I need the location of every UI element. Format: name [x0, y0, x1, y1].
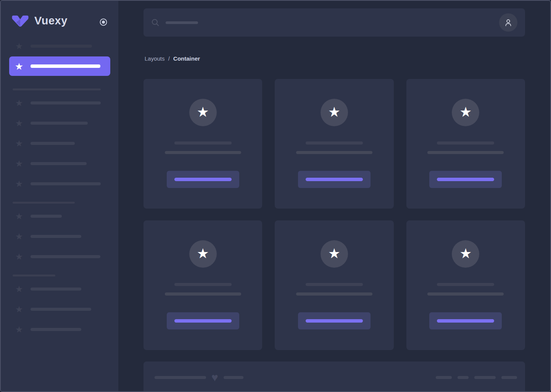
sidebar-menu-item[interactable]: ★ — [9, 41, 110, 51]
placeholder-card: ★ — [143, 79, 262, 209]
star-icon: ★ — [14, 304, 24, 314]
sidebar-menu-item[interactable]: ★ — [9, 231, 110, 242]
star-icon: ★ — [459, 247, 472, 262]
star-icon: ★ — [459, 105, 472, 120]
menu-label-placeholder — [31, 215, 62, 218]
sidebar-menu-item[interactable]: ★ — [9, 158, 110, 169]
star-icon: ★ — [14, 41, 24, 51]
menu-label-placeholder — [31, 142, 75, 145]
footer-copyright-placeholder — [155, 376, 206, 379]
top-bar — [143, 8, 525, 37]
star-icon: ★ — [328, 105, 340, 120]
footer-link-placeholder — [501, 376, 517, 379]
card-action-button[interactable] — [167, 312, 239, 329]
sidebar-section-header-placeholder — [13, 202, 75, 204]
user-avatar[interactable] — [499, 13, 517, 32]
footer-link-placeholder — [436, 376, 452, 379]
star-icon: ★ — [14, 61, 24, 71]
star-icon: ★ — [14, 252, 24, 262]
placeholder-card: ★ — [143, 220, 262, 350]
card-avatar-circle: ★ — [452, 240, 479, 268]
menu-label-placeholder — [31, 122, 88, 125]
sidebar-section-header-placeholder — [13, 88, 101, 90]
card-title-placeholder — [174, 283, 232, 286]
sidebar-menu-item[interactable]: ★ — [9, 324, 110, 335]
sidebar: Vuexy ★ ★ — [1, 1, 118, 391]
sidebar-menu-item[interactable]: ★ — [9, 118, 110, 129]
sidebar-menu-item[interactable]: ★ — [9, 138, 110, 149]
menu-label-placeholder — [31, 288, 81, 291]
footer-link-placeholder — [458, 376, 469, 379]
card-action-button[interactable] — [429, 171, 502, 188]
placeholder-card: ★ — [406, 220, 525, 350]
card-action-button[interactable] — [429, 312, 502, 329]
star-icon: ★ — [14, 159, 24, 169]
search-icon — [151, 18, 160, 27]
menu-label-placeholder — [31, 308, 91, 311]
brand-name: Vuexy — [34, 14, 68, 27]
breadcrumb-separator: / — [168, 55, 170, 62]
user-icon — [504, 18, 513, 27]
star-icon: ★ — [328, 247, 340, 262]
placeholder-card: ★ — [275, 79, 393, 209]
card-subtitle-placeholder — [427, 151, 504, 154]
vuexy-logo-icon — [11, 15, 29, 27]
sidebar-menu-item[interactable]: ★ — [9, 56, 110, 76]
card-action-button[interactable] — [167, 171, 239, 188]
menu-label-placeholder — [31, 64, 100, 68]
card-action-button[interactable] — [298, 171, 371, 188]
star-icon: ★ — [14, 325, 24, 334]
card-subtitle-placeholder — [165, 151, 241, 154]
button-label-placeholder — [437, 319, 494, 323]
sidebar-menu-item[interactable]: ★ — [9, 304, 110, 315]
search-placeholder — [166, 21, 198, 24]
menu-label-placeholder — [31, 182, 101, 185]
breadcrumb: Layouts / Container — [145, 55, 200, 62]
menu-label-placeholder — [31, 101, 101, 104]
menu-label-placeholder — [31, 162, 87, 165]
footer: ♥ — [143, 361, 525, 392]
sidebar-menu-item[interactable]: ★ — [9, 284, 110, 294]
card-avatar-circle: ★ — [189, 240, 217, 268]
card-subtitle-placeholder — [427, 292, 504, 296]
card-subtitle-placeholder — [165, 292, 241, 296]
card-subtitle-placeholder — [296, 292, 372, 296]
card-avatar-circle: ★ — [321, 240, 348, 268]
placeholder-card: ★ — [406, 79, 525, 209]
star-icon: ★ — [14, 98, 24, 108]
footer-links — [436, 376, 517, 379]
search-input[interactable] — [151, 8, 499, 37]
sidebar-menu-item[interactable]: ★ — [9, 178, 110, 189]
star-icon: ★ — [14, 211, 24, 221]
star-icon: ★ — [14, 118, 24, 128]
star-icon: ★ — [14, 284, 24, 294]
card-avatar-circle: ★ — [321, 99, 348, 126]
sidebar-menu-item[interactable]: ★ — [9, 98, 110, 108]
button-label-placeholder — [306, 319, 363, 323]
star-icon: ★ — [14, 138, 24, 148]
footer-credit-placeholder — [224, 376, 243, 379]
card-action-button[interactable] — [298, 312, 371, 329]
menu-label-placeholder — [31, 328, 81, 331]
button-label-placeholder — [174, 178, 232, 181]
card-title-placeholder — [437, 283, 494, 286]
breadcrumb-current: Container — [173, 55, 200, 62]
brand: Vuexy — [11, 14, 68, 27]
sidebar-menu-item[interactable]: ★ — [9, 211, 110, 222]
sidebar-section-header-placeholder — [13, 275, 55, 276]
footer-left: ♥ — [155, 372, 243, 383]
menu-label-placeholder — [31, 255, 100, 258]
menu-label-placeholder — [31, 45, 92, 48]
button-label-placeholder — [437, 178, 494, 181]
card-subtitle-placeholder — [296, 151, 372, 154]
placeholder-card: ★ — [275, 220, 393, 350]
footer-link-placeholder — [474, 376, 496, 379]
card-grid: ★ ★ ★ — [143, 79, 525, 350]
card-title-placeholder — [306, 283, 363, 286]
breadcrumb-path[interactable]: Layouts — [145, 55, 165, 62]
menu-label-placeholder — [31, 235, 81, 238]
menu-pin-toggle-icon[interactable] — [99, 18, 108, 26]
sidebar-menu-item[interactable]: ★ — [9, 251, 110, 262]
app-window: Vuexy ★ ★ — [0, 0, 551, 392]
sidebar-nav: ★ ★ ★ ★ — [1, 41, 118, 344]
